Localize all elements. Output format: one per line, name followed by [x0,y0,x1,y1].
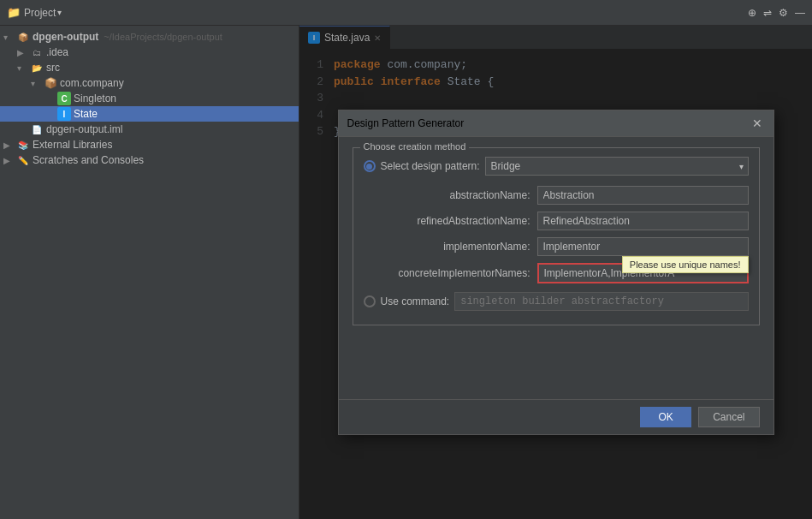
command-input[interactable] [454,292,748,311]
implementor-name-input[interactable] [537,237,749,256]
scratch-icon: ✏️ [16,153,30,167]
sidebar-item-state[interactable]: I State [0,106,299,122]
editor-area: I State.java ✕ 1 package com.company; 2 … [299,26,812,519]
sidebar-item-scratches[interactable]: ▶ ✏️ Scratches and Consoles [0,152,299,168]
folder-icon: 🗂 [30,45,44,59]
arrow-icon: ▾ [3,33,14,42]
main-layout: ▾ 📦 dpgen-output ~/IdeaProjects/dpgen-ou… [0,26,812,519]
sidebar-item-label: State [74,108,98,120]
implementor-name-label: implementorName: [364,241,530,253]
project-icon: 📁 [7,6,21,19]
lib-icon: 📚 [16,138,30,152]
package-icon: 📦 [44,76,57,90]
select-pattern-row: Select design pattern: Bridge Singleton … [364,157,749,176]
sync-icon[interactable]: ⇌ [763,7,772,19]
refined-abstraction-name-row: refinedAbstractionName: [364,212,749,230]
sidebar-item-dpgen-output[interactable]: ▾ 📦 dpgen-output ~/IdeaProjects/dpgen-ou… [0,29,299,45]
abstraction-name-input[interactable] [537,186,749,205]
sidebar-item-path: ~/IdeaProjects/dpgen-output [104,32,222,42]
ok-button[interactable]: OK [640,407,691,427]
dialog-footer: OK Cancel [339,399,773,434]
dialog-overlay: Design Pattern Generator ✕ Choose creati… [299,26,812,519]
sidebar-item-label: External Libraries [33,139,112,151]
globe-icon[interactable]: ⊕ [748,7,756,19]
design-pattern-dialog: Design Pattern Generator ✕ Choose creati… [338,110,774,435]
sidebar-item-iml[interactable]: 📄 dpgen-output.iml [0,122,299,137]
sidebar-item-label: dpgen-output.iml [46,123,122,135]
use-command-radio[interactable] [364,295,376,307]
project-dropdown-arrow[interactable]: ▾ [57,8,62,17]
toolbar-icons: ⊕ ⇌ ⚙ — [748,7,805,19]
sidebar-item-label: Singleton [74,92,116,104]
settings-icon[interactable]: ⚙ [779,7,788,19]
dialog-titlebar: Design Pattern Generator ✕ [339,110,773,137]
sidebar-item-idea[interactable]: ▶ 🗂 .idea [0,45,299,60]
dialog-content: Choose creation method Select design pat… [339,137,773,399]
sidebar-item-singleton[interactable]: C Singleton [0,91,299,106]
sidebar-item-label: dpgen-output [33,31,98,43]
tooltip-unique-names: Please use unique names! [622,256,749,273]
sidebar-item-label: .idea [46,46,68,58]
creation-method-group: Choose creation method Select design pat… [353,147,760,325]
minimize-icon[interactable]: — [795,7,805,19]
abstraction-name-label: abstractionName: [364,189,530,201]
sidebar-item-label: src [46,62,60,74]
use-command-label: Use command: [381,295,450,307]
sidebar-item-label: com.company [60,77,124,89]
select-pattern-radio[interactable] [364,160,376,172]
dialog-title: Design Pattern Generator [347,117,465,129]
implementor-name-container: Please use unique names! [537,237,749,256]
ide-topbar: 📁 Project ▾ ⊕ ⇌ ⚙ — [0,0,812,26]
sidebar-item-ext-lib[interactable]: ▶ 📚 External Libraries [0,137,299,152]
src-folder-icon: 📂 [30,61,44,75]
concrete-implementor-names-label: concreteImplementorNames: [364,267,530,279]
project-label: Project [24,7,56,19]
arrow-icon: ▶ [3,156,14,165]
refined-abstraction-name-input[interactable] [537,212,749,230]
iml-icon: 📄 [30,122,44,136]
select-pattern-label: Select design pattern: [381,160,480,172]
java-class-icon: C [57,92,71,105]
module-icon: 📦 [16,30,30,44]
abstraction-name-row: abstractionName: [364,186,749,205]
sidebar-item-src[interactable]: ▾ 📂 src [0,60,299,75]
pattern-select[interactable]: Bridge Singleton Abstract Factory Builde… [485,157,749,176]
pattern-select-wrapper: Bridge Singleton Abstract Factory Builde… [485,157,749,176]
sidebar-item-com-company[interactable]: ▾ 📦 com.company [0,75,299,91]
cancel-button[interactable]: Cancel [698,407,759,427]
arrow-icon: ▶ [3,140,14,150]
dialog-close-button[interactable]: ✕ [750,116,765,131]
use-command-row: Use command: [364,292,749,311]
implementor-name-row: implementorName: Please use unique names… [364,237,749,256]
arrow-icon: ▶ [17,48,27,57]
group-label: Choose creation method [360,141,470,152]
java-interface-icon: I [57,107,71,121]
sidebar-item-label: Scratches and Consoles [33,154,144,166]
refined-abstraction-name-label: refinedAbstractionName: [364,215,530,227]
arrow-icon: ▾ [31,79,41,88]
project-sidebar: ▾ 📦 dpgen-output ~/IdeaProjects/dpgen-ou… [0,26,299,519]
arrow-icon: ▾ [17,63,27,73]
